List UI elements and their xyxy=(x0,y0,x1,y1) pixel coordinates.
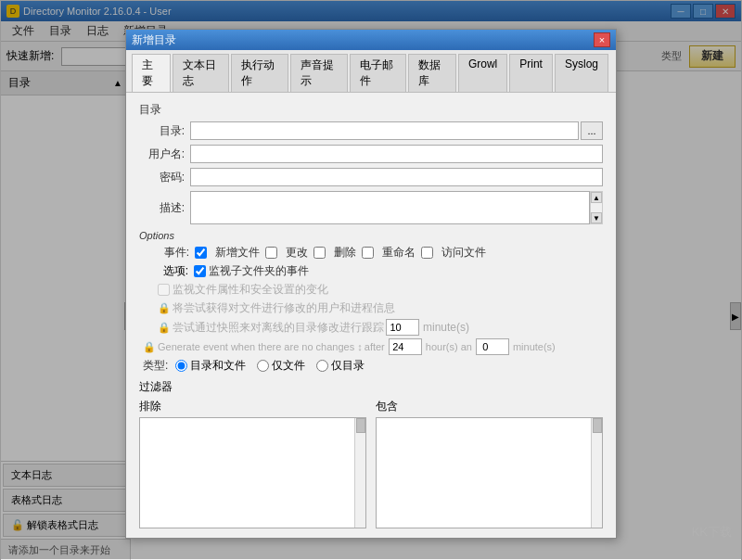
delete-checkbox[interactable] xyxy=(313,247,326,259)
new-file-checkbox[interactable] xyxy=(195,247,207,259)
rename-label: 重命名 xyxy=(382,245,416,261)
events-label: 事件: xyxy=(143,245,189,261)
lock-icon-3: 🔒 xyxy=(143,341,156,353)
type-option-files: 仅文件 xyxy=(257,358,305,374)
lock-icon-2: 🔒 xyxy=(158,322,171,334)
filter-include-thumb[interactable] xyxy=(593,418,602,433)
inactivity-hours-input[interactable] xyxy=(389,338,422,355)
notify-disconnected-label: 尝试通过快照来对离线的目录修改进行跟踪 xyxy=(173,320,384,336)
description-textarea[interactable] xyxy=(190,191,590,224)
type-dirs-radio[interactable] xyxy=(316,360,328,372)
inactivity-mins-input[interactable] xyxy=(476,338,509,355)
username-label: 用户名: xyxy=(139,146,190,162)
options-label: 选项: xyxy=(143,263,194,279)
lock-icon-1: 🔒 xyxy=(158,302,171,314)
password-label: 密码: xyxy=(139,170,190,185)
modal-tabs: 主要 文本日志 执行动作 声音提示 电子邮件 数据库 Growl Print S… xyxy=(126,50,616,93)
form-section-directory: 目录 xyxy=(139,102,603,118)
browse-button[interactable]: ... xyxy=(581,121,603,140)
directory-row: 目录: ... xyxy=(139,121,603,140)
filter-title: 过滤器 xyxy=(139,379,603,395)
delete-label: 删除 xyxy=(334,245,356,261)
type-label: 类型: xyxy=(143,358,168,374)
directory-label: 目录: xyxy=(139,123,190,139)
filter-exclude-col: 排除 xyxy=(139,399,366,528)
modal-tab-main[interactable]: 主要 xyxy=(132,54,171,92)
type-files-radio[interactable] xyxy=(257,360,269,372)
events-row: 事件: 新增文件 更改 删除 重命名 访问文件 xyxy=(139,245,603,261)
options-section: Options 事件: 新增文件 更改 删除 重命名 访问文件 xyxy=(139,230,603,355)
options-title: Options xyxy=(139,230,603,241)
modal-tab-textlog[interactable]: 文本日志 xyxy=(173,54,230,92)
description-textarea-container: ▲ ▼ xyxy=(190,191,603,224)
type-both-label: 目录和文件 xyxy=(190,358,246,374)
type-both-radio[interactable] xyxy=(175,360,187,372)
access-checkbox[interactable] xyxy=(421,247,433,259)
modify-label: 更改 xyxy=(286,245,308,261)
modal-tab-syslog[interactable]: Syslog xyxy=(555,54,608,92)
modal-tab-action[interactable]: 执行动作 xyxy=(231,54,288,92)
scroll-down-arrow[interactable]: ▼ xyxy=(591,212,602,223)
type-section: 类型: 目录和文件 仅文件 仅目录 xyxy=(139,358,603,374)
directory-input-container xyxy=(190,121,579,140)
directory-input[interactable] xyxy=(190,121,579,140)
access-label: 访问文件 xyxy=(441,245,486,261)
description-scrollbar: ▲ ▼ xyxy=(590,191,603,224)
monitor-attributes-label: 监视文件属性和安全设置的变化 xyxy=(173,282,328,298)
modal-body: 目录 目录: ... 用户名: 密码: xyxy=(126,93,616,538)
monitor-subdir-label: 监视子文件夹的事件 xyxy=(209,263,309,279)
notify-disconnected-row: 🔒 尝试通过快照来对离线的目录修改进行跟踪 minute(s) xyxy=(139,319,603,336)
modal-tab-email[interactable]: 电子邮件 xyxy=(350,54,407,92)
filter-include-col: 包含 xyxy=(376,399,603,528)
scroll-up-arrow[interactable]: ▲ xyxy=(591,192,602,203)
filter-exclude-scrollbar xyxy=(354,418,365,528)
username-input[interactable] xyxy=(190,145,603,163)
inactivity-mins-suffix: minute(s) xyxy=(513,341,556,352)
modal-close-button[interactable]: × xyxy=(594,32,610,47)
description-label: 描述: xyxy=(139,200,190,216)
type-option-dirs: 仅目录 xyxy=(316,358,365,374)
modal-title: 新增目录 xyxy=(132,32,594,48)
options-row: 选项: 监视子文件夹的事件 xyxy=(139,263,603,279)
app-window: D Directory Monitor 2.16.0.4 - User ─ □ … xyxy=(0,0,742,560)
monitor-attributes-checkbox[interactable] xyxy=(158,284,170,296)
new-file-label: 新增文件 xyxy=(215,245,260,261)
filter-exclude-label: 排除 xyxy=(139,399,366,414)
type-files-label: 仅文件 xyxy=(272,358,305,374)
rename-checkbox[interactable] xyxy=(362,247,374,259)
monitor-attributes-row: 监视文件属性和安全设置的变化 xyxy=(139,282,603,298)
modal-tab-db[interactable]: 数据库 xyxy=(408,54,456,92)
filter-include-scrollbar xyxy=(591,418,602,528)
inactivity-text: Generate event when there are no changes… xyxy=(158,341,363,352)
type-option-both: 目录和文件 xyxy=(175,358,246,374)
password-input[interactable] xyxy=(190,168,603,186)
password-row: 密码: xyxy=(139,168,603,186)
try-get-user-row: 🔒 将尝试获得对文件进行修改的用户和进程信息 xyxy=(139,300,603,316)
username-row: 用户名: xyxy=(139,145,603,163)
filter-include-label: 包含 xyxy=(376,399,603,414)
filter-exclude-list[interactable] xyxy=(139,417,366,528)
modal-title-bar: 新增目录 × xyxy=(126,30,616,50)
inactivity-row: 🔒 Generate event when there are no chang… xyxy=(139,338,603,355)
filter-row: 排除 包含 xyxy=(139,399,603,528)
type-dirs-label: 仅目录 xyxy=(331,358,365,374)
inactivity-hours-suffix: hour(s) an xyxy=(426,341,472,352)
filter-include-list[interactable] xyxy=(376,417,603,528)
modal-tab-sound[interactable]: 声音提示 xyxy=(290,54,348,92)
try-get-user-label: 将尝试获得对文件进行修改的用户和进程信息 xyxy=(173,300,395,316)
notify-suffix: minute(s) xyxy=(423,321,469,334)
modal-tab-print[interactable]: Print xyxy=(509,54,553,92)
modal-dialog: 新增目录 × 主要 文本日志 执行动作 声音提示 电子邮件 数据库 Growl … xyxy=(125,29,617,539)
filter-exclude-thumb[interactable] xyxy=(356,418,365,433)
modify-checkbox[interactable] xyxy=(265,247,277,259)
description-row: 描述: ▲ ▼ xyxy=(139,191,603,224)
modal-overlay: 新增目录 × 主要 文本日志 执行动作 声音提示 电子邮件 数据库 Growl … xyxy=(1,1,741,559)
notify-minutes-input[interactable] xyxy=(386,319,419,336)
modal-tab-growl[interactable]: Growl xyxy=(458,54,507,92)
filter-section: 过滤器 排除 包含 xyxy=(139,379,603,528)
monitor-subdir-checkbox[interactable] xyxy=(194,265,206,277)
inactivity-after: after xyxy=(365,341,385,352)
